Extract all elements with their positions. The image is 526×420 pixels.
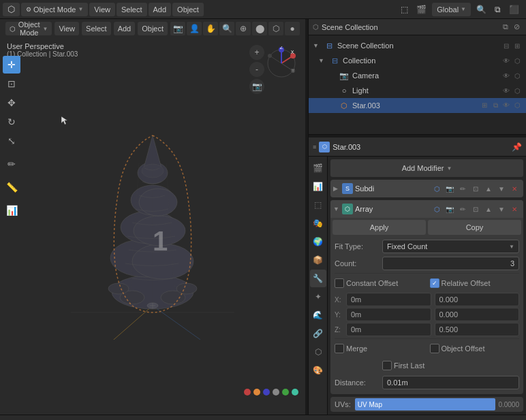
fit-type-value[interactable]: Fixed Count ▼ — [382, 240, 519, 253]
side-tab-scene[interactable]: 🎭 — [310, 214, 326, 232]
add-modifier-btn[interactable]: Add Modifier ▼ — [330, 159, 523, 177]
first-last-checkbox[interactable] — [382, 361, 392, 370]
dot-origin[interactable] — [253, 389, 260, 395]
viewport-person-icon[interactable]: 👤 — [187, 22, 202, 35]
subdi-up-btn[interactable]: ▲ — [482, 182, 495, 195]
array-up-btn[interactable]: ▲ — [482, 202, 495, 216]
subdi-cage-btn[interactable]: ⊡ — [469, 182, 482, 195]
viewport-hand-icon[interactable]: ✋ — [203, 22, 218, 35]
merge-item[interactable]: Merge — [335, 344, 424, 353]
object-mode-btn[interactable]: ⚙ Object Mode ▼ — [21, 3, 88, 16]
blender-icon-btn[interactable]: ⬡ — [3, 3, 20, 16]
first-last-item[interactable]: First Last — [382, 361, 519, 370]
relative-offset-checkbox[interactable] — [430, 278, 439, 288]
subdi-edit-btn[interactable]: ✏ — [457, 182, 469, 195]
viewport-camera-icon[interactable]: 📷 — [170, 22, 185, 35]
viewport-solid-icon[interactable]: ● — [285, 22, 300, 35]
side-tab-world[interactable]: 🌍 — [310, 233, 326, 251]
side-tab-view-layer[interactable]: ⬚ — [310, 196, 326, 214]
subdi-down-btn[interactable]: ▼ — [495, 182, 508, 195]
cursor-tool-btn[interactable]: ✛ — [3, 56, 20, 74]
constant-offset-checkbox[interactable] — [335, 278, 344, 288]
workspaces-icon[interactable]: ⬚ — [398, 3, 411, 16]
dot-misc[interactable] — [273, 389, 279, 395]
outliner-item-camera[interactable]: 📷 Camera 👁 ⬡ — [309, 68, 526, 83]
y-right-value[interactable]: 0.000 — [435, 308, 520, 321]
annotate-tool-btn[interactable]: ✏ — [3, 155, 20, 173]
z-left-value[interactable]: 0m — [346, 323, 431, 336]
side-tab-data[interactable]: ⬡ — [310, 343, 326, 361]
search-icon[interactable]: 🔍 — [474, 3, 489, 16]
object-menu-btn[interactable]: Object — [172, 3, 204, 16]
modifier-array-header[interactable]: ▼ ⬡ Array ⬡ 📷 ✏ ⊡ ▲ ▼ ✕ — [330, 200, 523, 218]
rotate-tool-btn[interactable]: ↻ — [3, 113, 20, 131]
side-tab-physics[interactable]: 🌊 — [310, 306, 326, 324]
array-edit-btn[interactable]: ✏ — [457, 202, 469, 216]
merge-checkbox[interactable] — [335, 344, 344, 353]
add-menu-btn[interactable]: Add — [149, 3, 172, 16]
copy-btn[interactable]: Copy — [428, 220, 521, 235]
chart-tool-btn[interactable]: 📊 — [3, 201, 20, 219]
viewport-shading-btn[interactable]: ⬡ Object Mode ▼ — [5, 22, 52, 35]
viewport-sphere-icon[interactable]: ⬤ — [252, 22, 267, 35]
subdi-realtime-btn[interactable]: ⬡ — [431, 182, 443, 195]
dot-y[interactable] — [282, 389, 289, 395]
viewport-zoom-icon[interactable]: 🔍 — [219, 22, 234, 35]
side-tab-particles[interactable]: ✦ — [310, 288, 326, 306]
viewport-axis-icon[interactable]: ⊕ — [236, 22, 251, 35]
global-btn[interactable]: Global ▼ — [432, 3, 471, 16]
prop-pin-btn[interactable]: 📌 — [512, 142, 522, 152]
scene-icon[interactable]: 🎬 — [414, 3, 429, 16]
viewport[interactable]: ⬡ Object Mode ▼ View Select Add Object — [0, 19, 305, 415]
zoom-in-btn[interactable]: + — [249, 45, 264, 60]
array-render-btn[interactable]: 📷 — [444, 202, 456, 216]
distance-value[interactable]: 0.01m — [382, 376, 519, 389]
viewport-view-btn[interactable]: View — [55, 22, 79, 35]
select-tool-btn[interactable]: ⊡ — [3, 75, 20, 93]
side-tab-output[interactable]: 📊 — [310, 178, 326, 195]
relative-offset-item[interactable]: Relative Offset — [430, 278, 520, 288]
array-cage-btn[interactable]: ⊡ — [469, 202, 482, 216]
select-menu-btn[interactable]: Select — [117, 3, 147, 16]
apply-btn[interactable]: Apply — [332, 220, 426, 235]
side-tab-render[interactable]: 🎬 — [310, 159, 326, 177]
viewport-add-btn[interactable]: Add — [114, 22, 136, 35]
side-tab-material[interactable]: 🎨 — [310, 361, 326, 379]
side-tab-constraints[interactable]: 🔗 — [310, 325, 326, 342]
subdi-render-btn[interactable]: 📷 — [444, 182, 456, 195]
subdi-remove-btn[interactable]: ✕ — [508, 182, 521, 195]
array-down-btn[interactable]: ▼ — [495, 202, 508, 216]
z-right-value[interactable]: 0.500 — [435, 323, 520, 336]
dot-x[interactable] — [244, 389, 251, 395]
side-tab-object[interactable]: 📦 — [310, 251, 326, 269]
array-realtime-btn[interactable]: ⬡ — [431, 202, 443, 216]
outliner-filter-btn[interactable]: ⧉ — [501, 22, 510, 32]
y-left-value[interactable]: 0m — [346, 308, 431, 321]
modifier-subdi-header[interactable]: ▶ S Subdi ⬡ 📷 ✏ ⊡ ▲ ▼ ✕ — [330, 180, 523, 197]
object-offset-checkbox[interactable] — [430, 344, 439, 353]
constant-offset-item[interactable]: Constant Offset — [335, 278, 424, 288]
array-remove-btn[interactable]: ✕ — [508, 202, 521, 216]
view-menu-btn[interactable]: View — [89, 3, 115, 16]
scale-tool-btn[interactable]: ⤡ — [3, 132, 20, 150]
move-tool-btn[interactable]: ✥ — [3, 94, 20, 112]
x-right-value[interactable]: 0.000 — [435, 293, 520, 306]
object-offset-item[interactable]: Object Offset — [430, 344, 520, 353]
measure-tool-btn[interactable]: 📏 — [3, 178, 20, 196]
outliner-item-collection[interactable]: ▼ ⊟ Collection 👁 ⬡ — [309, 53, 526, 68]
camera-view-btn[interactable]: 📷 — [249, 79, 264, 94]
zoom-out-btn[interactable]: - — [249, 62, 264, 77]
outliner-item-light[interactable]: ○ Light 👁 ⬡ — [309, 83, 526, 98]
axis-gizmo[interactable]: X Y Z — [264, 46, 298, 80]
viewport-wire-icon[interactable]: ⬡ — [268, 22, 283, 35]
x-left-value[interactable]: 0m — [346, 293, 431, 306]
viewport-object-btn[interactable]: Object — [138, 22, 168, 35]
count-value[interactable]: 3 — [382, 257, 519, 270]
uvs-input[interactable]: UV Map — [355, 398, 496, 410]
outliner-search-btn[interactable]: ⊘ — [512, 22, 522, 32]
outliner-item-scene-collection[interactable]: ▼ ⊟ Scene Collection ⊟ ⊞ — [309, 38, 526, 53]
dot-z[interactable] — [263, 389, 270, 395]
outliner-item-star003[interactable]: ⬡ Star.003 ⊞ ⧉ 👁 ⬡ — [309, 98, 526, 113]
filter-icon[interactable]: ⧉ — [492, 3, 504, 16]
dot-extra[interactable] — [292, 389, 298, 395]
